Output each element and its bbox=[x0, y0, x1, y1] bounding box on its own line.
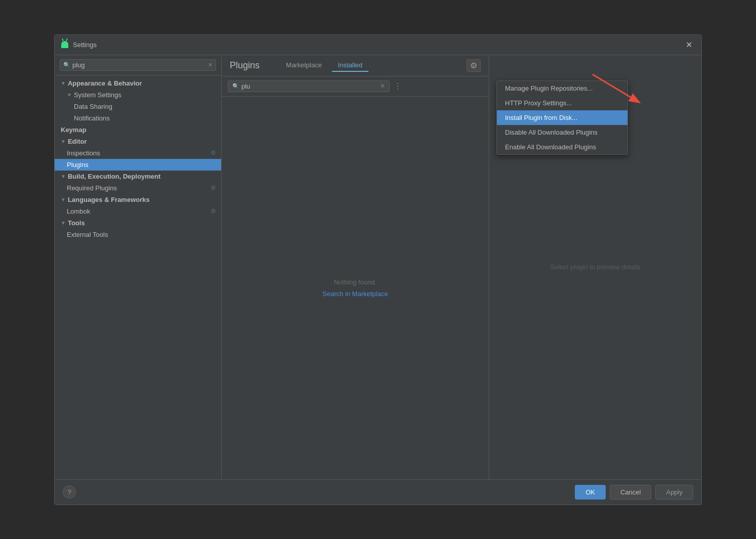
tab-bar: Marketplace Installed bbox=[280, 59, 467, 72]
sidebar-item-label: Editor bbox=[68, 138, 87, 145]
tab-installed[interactable]: Installed bbox=[332, 59, 368, 72]
apply-button[interactable]: Apply bbox=[655, 485, 693, 500]
plugin-search-bar: 🔍 ✕ ⋮ bbox=[222, 76, 489, 97]
nothing-found-text: Nothing found. bbox=[334, 278, 377, 286]
dropdown-install-from-disk[interactable]: Install Plugin from Disk... bbox=[497, 110, 627, 125]
arrow-icon: ▼ bbox=[61, 174, 66, 179]
sidebar-item-label: Inspections bbox=[67, 149, 100, 157]
plugin-search-input[interactable] bbox=[241, 82, 378, 90]
sidebar-item-inspections[interactable]: Inspections ⚙ bbox=[55, 147, 221, 159]
search-marketplace-link[interactable]: Search in Marketplace bbox=[322, 290, 388, 298]
plugins-header: Plugins Marketplace Installed ⚙ bbox=[222, 55, 489, 76]
sidebar-item-label: Build, Execution, Deployment bbox=[68, 173, 160, 180]
arrow-icon: ▼ bbox=[61, 220, 66, 226]
cancel-button[interactable]: Cancel bbox=[610, 485, 651, 500]
more-options-icon[interactable]: ⋮ bbox=[394, 81, 402, 91]
sidebar-item-plugins[interactable]: Plugins bbox=[55, 159, 221, 171]
dropdown-enable-all[interactable]: Enable All Downloaded Plugins bbox=[497, 140, 627, 154]
arrow-icon: ▼ bbox=[61, 197, 66, 202]
settings-dialog: Settings ✕ 🔍 ✕ ▼ Appearance & Behavior bbox=[54, 34, 702, 505]
sidebar-item-tools[interactable]: ▼ Tools bbox=[55, 217, 221, 229]
arrow-icon: ▼ bbox=[67, 92, 72, 98]
clear-search-icon[interactable]: ✕ bbox=[208, 62, 213, 68]
sidebar-item-notifications[interactable]: Notifications bbox=[55, 112, 221, 124]
sidebar-item-system-settings[interactable]: ▼ System Settings bbox=[55, 89, 221, 101]
sidebar-item-label: System Settings bbox=[74, 91, 121, 99]
plugin-search-icon: 🔍 bbox=[232, 83, 239, 90]
sidebar-item-required-plugins[interactable]: Required Plugins ⚙ bbox=[55, 182, 221, 194]
sidebar-item-appearance-behavior[interactable]: ▼ Appearance & Behavior bbox=[55, 77, 221, 89]
bottom-bar: ? OK Cancel Apply bbox=[55, 479, 701, 505]
plugins-title: Plugins bbox=[230, 60, 260, 71]
sidebar-search-box: 🔍 ✕ bbox=[55, 55, 221, 75]
sidebar-search-wrapper[interactable]: 🔍 ✕ bbox=[60, 59, 216, 71]
sidebar: 🔍 ✕ ▼ Appearance & Behavior ▼ System Set… bbox=[55, 55, 222, 479]
sidebar-item-languages-frameworks[interactable]: ▼ Languages & Frameworks bbox=[55, 194, 221, 205]
nav-tree: ▼ Appearance & Behavior ▼ System Setting… bbox=[55, 75, 221, 479]
plugin-search-wrapper[interactable]: 🔍 ✕ bbox=[228, 80, 390, 92]
settings-icon: ⚙ bbox=[211, 184, 216, 191]
android-icon bbox=[61, 40, 69, 49]
sidebar-search-input[interactable] bbox=[72, 61, 208, 69]
gear-button[interactable]: ⚙ bbox=[467, 59, 481, 72]
sidebar-item-label: Appearance & Behavior bbox=[68, 79, 142, 87]
dropdown-http-proxy[interactable]: HTTP Proxy Settings... bbox=[497, 96, 627, 110]
dropdown-menu: Manage Plugin Repositories... HTTP Proxy… bbox=[496, 80, 628, 155]
sidebar-item-label: Data Sharing bbox=[74, 103, 112, 110]
sidebar-item-keymap[interactable]: Keymap bbox=[55, 124, 221, 136]
sidebar-item-label: External Tools bbox=[67, 231, 108, 238]
sidebar-item-data-sharing[interactable]: Data Sharing bbox=[55, 101, 221, 112]
dropdown-manage-repos[interactable]: Manage Plugin Repositories... bbox=[497, 81, 627, 96]
tab-marketplace[interactable]: Marketplace bbox=[280, 59, 328, 72]
sidebar-item-label: Keymap bbox=[61, 126, 87, 134]
sidebar-item-label: Languages & Frameworks bbox=[68, 196, 150, 203]
plugin-search-clear-icon[interactable]: ✕ bbox=[380, 82, 385, 90]
sidebar-item-label: Required Plugins bbox=[67, 184, 117, 192]
settings-icon: ⚙ bbox=[211, 208, 216, 215]
sidebar-item-label: Notifications bbox=[74, 114, 110, 122]
main-area: Plugins Marketplace Installed ⚙ 🔍 ✕ bbox=[222, 55, 489, 479]
search-icon: 🔍 bbox=[63, 62, 70, 68]
close-button[interactable]: ✕ bbox=[683, 39, 695, 51]
arrow-icon: ▼ bbox=[61, 80, 66, 86]
ok-button[interactable]: OK bbox=[575, 485, 606, 500]
sidebar-item-editor[interactable]: ▼ Editor bbox=[55, 136, 221, 147]
window-title: Settings bbox=[73, 41, 683, 49]
sidebar-item-label: Tools bbox=[68, 219, 85, 227]
settings-icon: ⚙ bbox=[211, 149, 216, 156]
dropdown-disable-all[interactable]: Disable All Downloaded Plugins bbox=[497, 125, 627, 140]
sidebar-item-external-tools[interactable]: External Tools bbox=[55, 229, 221, 240]
help-button[interactable]: ? bbox=[63, 485, 76, 499]
sidebar-item-lombok[interactable]: Lombok ⚙ bbox=[55, 205, 221, 217]
select-plugin-text: Select plugin to preview details bbox=[550, 263, 641, 271]
sidebar-item-build-execution[interactable]: ▼ Build, Execution, Deployment bbox=[55, 171, 221, 182]
arrow-icon: ▼ bbox=[61, 139, 66, 144]
plugin-content: Nothing found. Search in Marketplace bbox=[222, 97, 489, 479]
sidebar-item-label: Lombok bbox=[67, 208, 90, 215]
sidebar-item-label: Plugins bbox=[67, 161, 89, 169]
title-bar: Settings ✕ bbox=[55, 35, 701, 55]
